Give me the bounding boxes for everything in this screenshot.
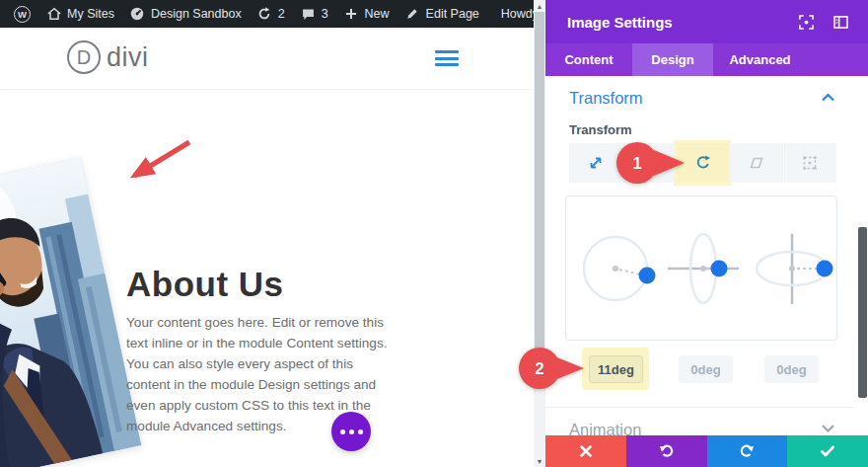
plus-icon xyxy=(343,6,360,23)
svg-text:2: 2 xyxy=(535,359,543,378)
panel-layout-icon[interactable] xyxy=(833,16,848,29)
step-2-badge: 2 xyxy=(518,347,587,390)
rotate-y-input[interactable] xyxy=(764,355,819,383)
page-preview: W My Sites Design Sandbox 2 xyxy=(0,0,534,467)
transform-section-title[interactable]: Transform xyxy=(569,89,643,108)
edit-page-menu[interactable]: Edit Page xyxy=(400,6,483,23)
panel-header: Image Settings xyxy=(545,0,868,43)
site-name-menu[interactable]: Design Sandbox xyxy=(125,6,246,23)
pencil-icon xyxy=(404,6,421,23)
transform-field-label: Transform xyxy=(569,122,632,137)
comment-bubble-icon xyxy=(300,6,317,23)
settings-action-bar xyxy=(545,435,868,467)
cancel-button[interactable] xyxy=(545,435,626,467)
new-label: New xyxy=(365,7,390,21)
undo-button[interactable] xyxy=(626,435,707,467)
my-sites-label: My Sites xyxy=(67,7,114,21)
panel-title: Image Settings xyxy=(567,14,673,31)
dashboard-gauge-icon xyxy=(129,6,146,23)
transform-origin-button[interactable] xyxy=(784,143,836,183)
wordpress-logo-icon: W xyxy=(14,6,31,23)
settings-tabs: Content Design Advanced xyxy=(545,43,868,76)
update-arrows-icon xyxy=(256,6,273,23)
wp-logo-menu[interactable]: W xyxy=(10,6,35,23)
save-button[interactable] xyxy=(787,435,868,467)
tab-design[interactable]: Design xyxy=(632,43,713,76)
edit-page-label: Edit Page xyxy=(426,7,479,21)
updates-menu[interactable]: 2 xyxy=(253,6,289,23)
chevron-down-icon[interactable] xyxy=(822,425,834,432)
transform-scale-button[interactable] xyxy=(569,143,621,183)
scroll-down-icon[interactable]: ▼ xyxy=(534,455,545,467)
focus-preview-icon[interactable] xyxy=(799,15,814,30)
rotate-dial-widget[interactable] xyxy=(565,195,837,341)
section-divider xyxy=(545,407,856,408)
transform-toolbar xyxy=(569,143,836,183)
rotate-x-handle xyxy=(711,261,728,277)
tab-content[interactable]: Content xyxy=(545,43,632,76)
panel-scrollbar-thumb[interactable] xyxy=(858,227,867,398)
comments-count: 3 xyxy=(322,7,328,21)
site-brand: divi xyxy=(107,42,149,73)
rotate-y-handle xyxy=(817,261,833,277)
page-title: About Us xyxy=(126,265,284,304)
image-settings-panel: Image Settings Content Design Advanced T… xyxy=(545,0,868,467)
scroll-up-icon[interactable]: ▲ xyxy=(534,0,545,12)
howdy-account-menu[interactable]: Howdy, etdev * xyxy=(497,6,534,22)
preview-scrollbar[interactable]: ▲ ▼ xyxy=(534,0,545,467)
divi-module-menu-button[interactable] xyxy=(331,412,371,451)
chevron-up-icon[interactable] xyxy=(822,94,834,102)
step-1-badge: 1 xyxy=(615,141,687,185)
howdy-label: Howdy, etdev xyxy=(501,7,534,21)
about-image[interactable] xyxy=(0,157,141,467)
rotate-x-input[interactable] xyxy=(679,355,733,383)
screen: W My Sites Design Sandbox 2 xyxy=(0,0,868,467)
rotate-z-input[interactable] xyxy=(589,355,643,383)
annotation-arrow xyxy=(116,136,199,188)
redo-button[interactable] xyxy=(707,435,788,467)
my-sites-menu[interactable]: My Sites xyxy=(41,6,118,23)
svg-text:1: 1 xyxy=(632,154,641,173)
new-menu[interactable]: New xyxy=(339,6,394,23)
home-icon xyxy=(45,6,62,23)
divi-logo-icon: D xyxy=(67,40,101,74)
site-name-label: Design Sandbox xyxy=(151,7,242,21)
scrollbar-thumb[interactable] xyxy=(535,12,544,381)
updates-count: 2 xyxy=(278,7,285,21)
hamburger-menu-icon[interactable] xyxy=(435,50,459,66)
rotate-z-handle xyxy=(639,268,656,284)
site-header: D divi xyxy=(0,28,534,89)
wp-admin-bar: W My Sites Design Sandbox 2 xyxy=(0,0,534,28)
tab-advanced[interactable]: Advanced xyxy=(713,43,807,76)
comments-menu[interactable]: 3 xyxy=(296,6,332,23)
transform-skew-button[interactable] xyxy=(730,143,782,183)
site-logo[interactable]: D divi xyxy=(67,40,149,74)
